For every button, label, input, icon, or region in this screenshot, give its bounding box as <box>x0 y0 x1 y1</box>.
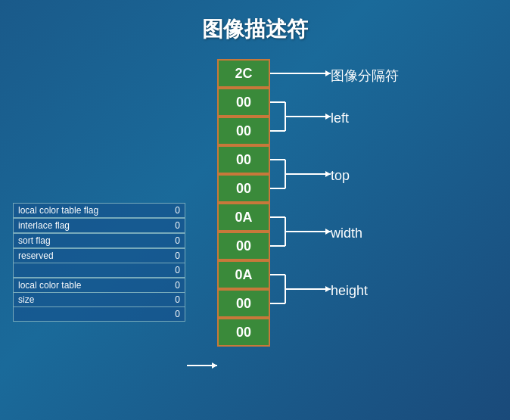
svg-marker-11 <box>325 171 331 177</box>
reserved-value-1: 0 <box>168 250 180 261</box>
hex-cell-0a-height-low: 0A <box>217 260 270 289</box>
hex-cell-00-top-high: 00 <box>217 174 270 203</box>
svg-marker-1 <box>325 70 331 76</box>
label-top: top <box>331 168 350 184</box>
hex-cell-00-left-high: 00 <box>217 117 270 145</box>
lct-size-value-1: 0 <box>168 280 180 291</box>
label-height: height <box>331 283 368 299</box>
sort-flag-label: sort flag <box>18 235 168 246</box>
lct-size-label-2: size <box>18 294 168 305</box>
hex-cell-0a-width-low: 0A <box>217 203 270 232</box>
interlace-flag-row: interlace flag 0 <box>14 219 185 234</box>
label-image-separator: 图像分隔符 <box>331 67 399 85</box>
interlace-flag-label: interlace flag <box>18 220 168 231</box>
sort-flag-row: sort flag 0 <box>14 234 185 249</box>
reserved-label: reserved <box>18 250 168 261</box>
local-color-table-flag-row: local color table flag 0 <box>14 204 185 219</box>
lct-size-row-1: local color table 0 <box>14 278 185 293</box>
hex-column: 2C 00 00 00 00 0A 00 0A 00 00 <box>217 59 270 347</box>
left-info-box: local color table flag 0 interlace flag … <box>13 203 185 322</box>
local-color-table-flag-value: 0 <box>168 205 180 216</box>
svg-marker-6 <box>325 114 331 120</box>
reserved-row-1: reserved 0 <box>14 249 185 263</box>
page-title: 图像描述符 <box>202 15 308 44</box>
hex-cell-00-left-low: 00 <box>217 88 270 117</box>
svg-marker-23 <box>212 362 217 369</box>
hex-cell-00-width-high: 00 <box>217 232 270 260</box>
hex-cell-00-top-low: 00 <box>217 145 270 174</box>
lct-size-label: local color table <box>18 280 168 291</box>
hex-cell-2c: 2C <box>217 59 270 88</box>
lct-size-value-2: 0 <box>168 294 180 305</box>
reserved-row-2: 0 <box>14 263 185 278</box>
local-color-table-flag-label: local color table flag <box>18 205 168 216</box>
svg-marker-21 <box>325 286 331 292</box>
label-width: width <box>331 226 362 241</box>
svg-marker-16 <box>325 229 331 235</box>
hex-cell-00-height-high: 00 <box>217 289 270 318</box>
hex-cell-00-packed: 00 <box>217 318 270 347</box>
lct-size-row-2: size 0 <box>14 293 185 307</box>
reserved-value-2: 0 <box>168 265 180 275</box>
sort-flag-value: 0 <box>168 235 180 246</box>
lct-size-row-3: 0 <box>14 307 185 321</box>
lct-size-value-3: 0 <box>168 309 180 319</box>
interlace-flag-value: 0 <box>168 220 180 231</box>
label-left: left <box>331 110 349 126</box>
